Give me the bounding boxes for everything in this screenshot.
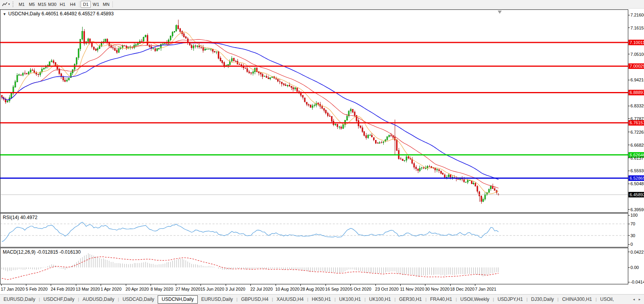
toolbar: ▾ M1M5M15M30H1H4D1W1MN (0, 0, 644, 9)
cursor-dropdown-caret-icon[interactable]: ▾ (8, 2, 10, 6)
candle-body (178, 26, 179, 29)
chart-tab-usdcad-daily[interactable]: USDCAD,Daily (119, 295, 158, 303)
candle-body (180, 29, 181, 31)
resistance-1-price-label: 7.10011 (630, 40, 644, 45)
timeframe-button-h4[interactable]: H4 (68, 1, 78, 8)
chart-tab-xauusd-h4[interactable]: XAUUSD,H4 (273, 295, 307, 303)
price-axis-tick-label: 7.21600 (631, 13, 644, 17)
candle-body (147, 35, 148, 45)
candle-body (467, 180, 468, 182)
chart-tab-uk100-h1[interactable]: UK100,H1 (336, 295, 364, 303)
candle-body (183, 34, 184, 37)
toolbar-grip[interactable] (13, 2, 13, 7)
candle-body (310, 105, 311, 107)
candle-body (1, 95, 2, 98)
chart-tab-gbpusd-h4[interactable]: GBPUSD,H4 (237, 295, 272, 303)
candle-body (185, 37, 186, 38)
candle-body (22, 73, 24, 75)
candle-body (216, 52, 217, 52)
candle-body (294, 88, 296, 89)
candle-body (32, 70, 33, 71)
date-axis-label: 13 Mar 2020 (75, 287, 100, 291)
price-axis-tick-label: 6.61375 (631, 156, 644, 160)
chart-cursor-icon[interactable] (1, 1, 8, 7)
timeframe-button-h1[interactable]: H1 (57, 1, 68, 8)
candle-body (118, 48, 120, 52)
candle-body (76, 58, 77, 64)
candle-body (416, 167, 417, 169)
candle-body (329, 116, 330, 116)
scroll-tabs-right-icon[interactable]: ▸ (637, 297, 642, 301)
candle-body (82, 31, 83, 39)
chart-title-text: USDCNH,Daily 6.46051 6.46492 6.45527 6.4… (8, 11, 114, 17)
date-axis-label: 22 Jul 2020 (250, 287, 273, 291)
main-chart-panel (0, 10, 628, 213)
candle-body (174, 31, 175, 32)
chart-tab-usdjpy-h1[interactable]: USDJPY,H1 (494, 295, 526, 303)
candle-body (314, 105, 315, 105)
candle-body (368, 135, 369, 138)
candle-body (195, 46, 196, 46)
candle-body (228, 64, 229, 66)
candle-body (450, 175, 451, 177)
candle-body (170, 36, 171, 40)
scroll-tabs-left-icon[interactable]: ◂ (631, 297, 637, 301)
timeframe-button-m1[interactable]: M1 (17, 1, 27, 8)
chart-tab-usoil-weekly[interactable]: USOil,Weekly (457, 295, 493, 303)
timeframe-button-mn[interactable]: MN (101, 1, 111, 8)
candle-body (339, 127, 340, 127)
chart-tab-eurusd-daily[interactable]: EURUSD,Daily (198, 295, 237, 303)
date-axis-label: 8 May 2020 (151, 287, 173, 291)
candle-body (155, 49, 156, 51)
candle-body (419, 168, 420, 171)
chart-tab-eurusd-daily[interactable]: EURUSD,Daily (0, 295, 39, 303)
candle-body (95, 49, 96, 50)
resistance-4-price-label: 6.76157 (630, 120, 644, 125)
chart-tab-fra40-h1[interactable]: FRA40,H1 (427, 295, 456, 303)
timeframe-button-group: M1M5M15M30H1H4D1W1MN (17, 1, 114, 8)
candle-body (264, 76, 265, 77)
chart-tab-dj30-daily[interactable]: DJ30,Daily (528, 295, 558, 303)
candle-body (324, 109, 325, 111)
chart-tab-uk100-h1[interactable]: UK100,H1 (366, 295, 394, 303)
timeframe-button-m15[interactable]: M15 (37, 1, 47, 8)
candle-body (291, 86, 292, 88)
support-blue-price-label: 6.52865 (630, 176, 644, 181)
candle-body (366, 135, 367, 138)
date-axis-label: 27 May 2020 (175, 287, 201, 291)
candle-body (15, 82, 16, 87)
date-axis-label: 17 Jan 2020 (1, 287, 25, 291)
candle-body (28, 72, 29, 74)
candle-body (281, 82, 282, 84)
timeframe-button-d1[interactable]: D1 (81, 1, 91, 8)
candle-body (18, 75, 20, 75)
chart-tab-audusd-daily[interactable]: AUDUSD,Daily (79, 295, 118, 303)
candle-body (285, 85, 286, 85)
chart-tab-china300-h1[interactable]: CHINA300,H1 (559, 295, 596, 303)
candle-body (84, 31, 85, 43)
candle-body (396, 140, 397, 151)
chart-tab-hk50-h1[interactable]: HK50,H1 (308, 295, 335, 303)
candle-body (458, 179, 459, 179)
chart-tab-usoil-[interactable]: USOil, (597, 295, 618, 303)
candle-body (448, 175, 449, 177)
date-axis-label: 23 Oct 2020 (375, 287, 399, 291)
timeframe-button-m30[interactable]: M30 (47, 1, 57, 8)
price-axis-tick-label: 6.66820 (631, 143, 644, 147)
candle-body (414, 164, 415, 167)
candle-body (386, 137, 388, 140)
candle-body (26, 74, 27, 74)
date-axis-label: 15 Jun 2020 (201, 287, 224, 291)
date-axis-label: 5 Feb 2020 (26, 287, 48, 291)
chart-canvas[interactable]: 7.100117.000296.888976.761576.626466.528… (0, 0, 644, 304)
symbol-dropdown-icon[interactable]: ▼ (3, 12, 6, 16)
timeframe-button-m5[interactable]: M5 (27, 1, 37, 8)
candle-body (252, 72, 254, 73)
candle-body (41, 69, 42, 72)
chart-tab-ger30-h1[interactable]: GER30,H1 (396, 295, 425, 303)
candle-body (143, 37, 144, 41)
chart-tab-usdcnh-daily[interactable]: USDCNH,Daily (158, 295, 197, 304)
timeframe-button-w1[interactable]: W1 (91, 1, 101, 8)
chart-tab-usdchf-daily[interactable]: USDCHF,Daily (40, 295, 78, 303)
candle-body (473, 183, 474, 184)
